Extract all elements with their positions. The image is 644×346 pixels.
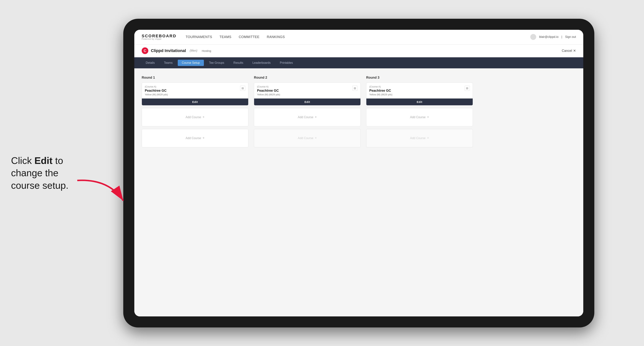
sign-out-link[interactable]: Sign out — [565, 35, 576, 39]
tablet-device: SCOREBOARD Powered by clippd TOURNAMENTS… — [123, 19, 594, 328]
round-2-label: Round 2 — [254, 76, 361, 80]
main-content: Round 1 (Course A) Peachtree GC Yellow (… — [134, 68, 583, 316]
add-plus-icon-5: + — [427, 115, 429, 119]
round-2-column: Round 2 (Course A) Peachtree GC Yellow (… — [254, 76, 361, 150]
nav-committee[interactable]: COMMITTEE — [239, 35, 260, 39]
round-2-course-label: (Course A) — [257, 85, 352, 88]
round-2-course-card: (Course A) Peachtree GC Yellow (M) (6629… — [254, 82, 361, 105]
round-1-edit-button[interactable]: Edit — [142, 99, 248, 105]
round-2-course-name: Peachtree GC — [257, 89, 352, 93]
round-1-column: Round 1 (Course A) Peachtree GC Yellow (… — [142, 76, 248, 150]
add-plus-icon-6: + — [427, 136, 429, 140]
add-plus-icon-4: + — [315, 136, 317, 140]
nav-rankings[interactable]: RANKINGS — [267, 35, 285, 39]
round-1-add-course-1[interactable]: Add Course + — [142, 108, 248, 126]
tab-printables[interactable]: Printables — [276, 60, 297, 66]
tournament-type: (Men) — [190, 49, 198, 52]
tab-results[interactable]: Results — [230, 60, 247, 66]
tournament-header: C Clippd Invitational (Men) Hosting Canc… — [134, 44, 583, 57]
round-3-course-card: (Course A) Peachtree GC Yellow (M) (6629… — [366, 82, 473, 105]
tab-teams[interactable]: Teams — [160, 60, 177, 66]
round-1-course-info: (Course A) Peachtree GC Yellow (M) (6629… — [145, 85, 240, 96]
tournament-left: C Clippd Invitational (Men) Hosting — [142, 47, 211, 54]
round-3-course-name: Peachtree GC — [369, 89, 464, 93]
tab-details[interactable]: Details — [142, 60, 159, 66]
round-3-column: Round 3 (Course A) Peachtree GC Yellow (… — [366, 76, 473, 150]
tab-leaderboards[interactable]: Leaderboards — [248, 60, 275, 66]
round-2-add-course-1[interactable]: Add Course + — [254, 108, 361, 126]
round-3-edit-button[interactable]: Edit — [366, 99, 473, 105]
logo-area: SCOREBOARD Powered by clippd — [142, 34, 176, 40]
clippd-logo: C — [142, 47, 148, 54]
top-nav: SCOREBOARD Powered by clippd TOURNAMENTS… — [134, 30, 583, 44]
arrow-pointer — [72, 177, 131, 207]
nav-teams[interactable]: TEAMS — [220, 35, 232, 39]
round-1-course-header: (Course A) Peachtree GC Yellow (M) (6629… — [142, 83, 248, 96]
add-plus-icon-1: + — [202, 115, 204, 119]
user-avatar — [530, 34, 536, 40]
round-1-delete-icon[interactable]: ⊟ — [240, 86, 245, 91]
nav-links: TOURNAMENTS TEAMS COMMITTEE RANKINGS — [186, 35, 285, 39]
nav-tournaments[interactable]: TOURNAMENTS — [186, 35, 212, 39]
add-plus-icon-2: + — [202, 136, 204, 140]
round-1-label: Round 1 — [142, 76, 248, 80]
round-3-label: Round 3 — [366, 76, 473, 80]
round-1-course-card: (Course A) Peachtree GC Yellow (M) (6629… — [142, 82, 248, 105]
round-1-course-label: (Course A) — [145, 85, 240, 88]
user-email: blair@clippd.io — [539, 35, 558, 39]
tab-bar: Details Teams Course Setup Tee Groups Re… — [134, 57, 583, 68]
round-1-course-name: Peachtree GC — [145, 89, 240, 93]
round-3-course-info: (Course A) Peachtree GC Yellow (M) (6629… — [369, 85, 464, 96]
round-3-course-header: (Course A) Peachtree GC Yellow (M) (6629… — [366, 83, 473, 96]
instruction-bold: Edit — [34, 155, 52, 166]
nav-right: blair@clippd.io | Sign out — [530, 34, 576, 40]
round-1-course-details: Yellow (M) (6629 yds) — [145, 93, 240, 96]
round-2-delete-icon[interactable]: ⊟ — [352, 86, 358, 91]
round-1-add-course-2[interactable]: Add Course + — [142, 129, 248, 147]
divider: | — [562, 35, 562, 39]
round-2-edit-button[interactable]: Edit — [254, 99, 360, 105]
round-2-add-course-2: Add Course + — [254, 129, 361, 147]
tablet-screen: SCOREBOARD Powered by clippd TOURNAMENTS… — [134, 30, 583, 316]
instruction-line1: Click Edit to change the course setup. — [11, 155, 68, 190]
round-3-add-course-2: Add Course + — [366, 129, 473, 147]
round-2-course-info: (Course A) Peachtree GC Yellow (M) (6629… — [257, 85, 352, 96]
round-3-course-label: (Course A) — [369, 85, 464, 88]
tab-course-setup[interactable]: Course Setup — [178, 60, 204, 66]
cancel-x-icon: ✕ — [573, 49, 576, 53]
round-3-add-course-1[interactable]: Add Course + — [366, 108, 473, 126]
hosting-badge: Hosting — [202, 49, 211, 52]
cancel-button[interactable]: Cancel ✕ — [562, 49, 576, 53]
tournament-name: Clippd Invitational — [151, 48, 186, 53]
round-2-course-header: (Course A) Peachtree GC Yellow (M) (6629… — [254, 83, 360, 96]
round-2-course-details: Yellow (M) (6629 yds) — [257, 93, 352, 96]
logo-sub: Powered by clippd — [142, 38, 176, 40]
logo-scoreboard: SCOREBOARD — [142, 34, 176, 38]
instruction-text: Click Edit to change the course setup. — [11, 154, 81, 192]
add-plus-icon-3: + — [315, 115, 317, 119]
round-3-delete-icon[interactable]: ⊟ — [464, 86, 470, 91]
tab-tee-groups[interactable]: Tee Groups — [205, 60, 228, 66]
nav-left: SCOREBOARD Powered by clippd TOURNAMENTS… — [142, 34, 285, 40]
rounds-grid: Round 1 (Course A) Peachtree GC Yellow (… — [142, 76, 473, 150]
round-3-course-details: Yellow (M) (6629 yds) — [369, 93, 464, 96]
